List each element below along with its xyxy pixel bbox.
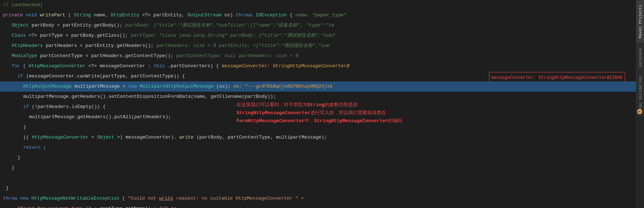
line-text-4: Class <?> partType = partBody.getClass()… [12, 31, 636, 41]
line-text-3: Object partBody = partEntity.getBody(); … [12, 20, 636, 31]
line-text-16: } [17, 153, 636, 163]
line-text-21: "found for request type [" + partType.ge… [17, 204, 636, 208]
line-text-14: (( HttpMessageConverter < Object >) mess… [23, 132, 636, 143]
code-line-15: return ; [0, 143, 636, 153]
code-line-18 [0, 173, 636, 183]
sidebar-tab-maven-label: Maven Projects [638, 5, 643, 38]
code-line-2: private void writePart ( String name, Ht… [0, 10, 636, 20]
code-line-7: for ( HttpMessageConverter <?> messageCo… [0, 61, 636, 71]
line-text-5: HttpHeaders partHeaders = partEntity.get… [12, 41, 636, 51]
line-text-19: } [6, 183, 636, 193]
code-line-21: "found for request type [" + partType.ge… [0, 204, 636, 208]
line-text-15: return ; [23, 143, 636, 153]
code-line-1: // (unchecked) [0, 0, 636, 10]
sidebar-tab-bean-label: Bean Validation [638, 76, 643, 112]
code-line-19: } [0, 183, 636, 193]
line-text-2: private void writePart ( String name, Ht… [3, 10, 636, 20]
sidebar-tab-database[interactable]: Database [636, 43, 644, 72]
code-lines: // (unchecked) private void writePart ( … [0, 0, 636, 208]
line-text-17: } [12, 163, 636, 173]
sidebar-tab-bean-badge: 2 [637, 109, 642, 114]
code-line-3: Object partBody = partEntity.getBody(); … [0, 20, 636, 31]
code-line-16: } [0, 153, 636, 163]
code-line-20: throw new HttpMessageNotWritableExceptio… [0, 193, 636, 204]
code-line-14: (( HttpMessageConverter < Object >) mess… [0, 132, 636, 143]
line-text-9: HttpOutputMessage multipartMessage = new… [23, 81, 636, 92]
code-line-9: HttpOutputMessage multipartMessage = new… [0, 81, 636, 92]
line-text-18 [3, 173, 636, 183]
line-text-6: MediaType partContentType = partHeaders.… [12, 51, 636, 61]
sidebar-tab-maven-projects[interactable]: Maven Projects [636, 0, 644, 43]
code-line-6: MediaType partContentType = partHeaders.… [0, 51, 636, 61]
line-text-7: for ( HttpMessageConverter <?> messageCo… [12, 61, 636, 71]
code-line-8: if (messageConverter.canWrite(partType, … [0, 71, 636, 81]
right-sidebar: Maven Projects Database 2 Bean Validatio… [636, 0, 644, 208]
code-line-4: Class <?> partType = partBody.getClass()… [0, 31, 636, 41]
line-text-1: // (unchecked) [3, 0, 636, 10]
line-text-20: throw new HttpMessageNotWritableExceptio… [3, 193, 636, 204]
sidebar-tab-bean-validation[interactable]: 2 Bean Validation [636, 72, 644, 116]
code-line-17: } [0, 163, 636, 173]
code-line-5: HttpHeaders partHeaders = partEntity.get… [0, 41, 636, 51]
line-text-10: multipartMessage.getHeaders().setContent… [23, 92, 636, 102]
sidebar-tab-database-label: Database [638, 48, 643, 67]
code-line-10: multipartMessage.getHeaders().setContent… [0, 92, 636, 102]
code-editor: // (unchecked) private void writePart ( … [0, 0, 636, 208]
code-line-12: multipartMessage.getHeaders().putAll(par… [0, 112, 636, 122]
annotation-popup: 在这里我们可以看到，对于类型为String的参数仍然是由 StringHttpM… [236, 101, 402, 125]
